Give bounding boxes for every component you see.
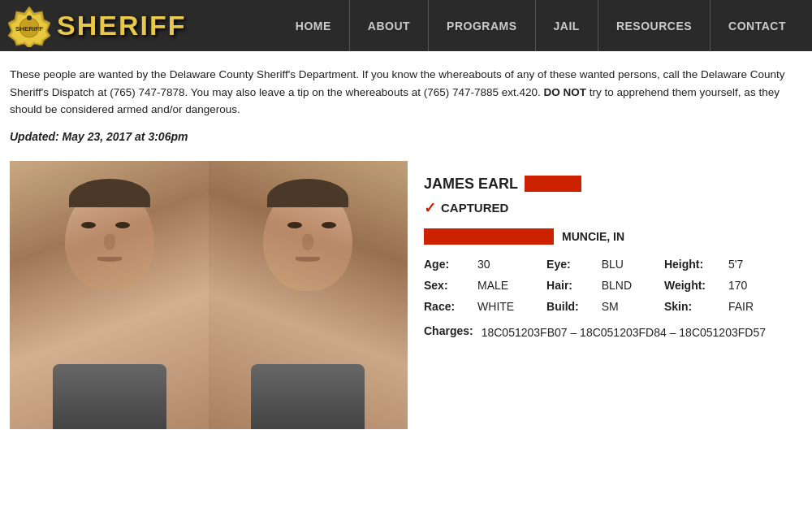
person-card: JAMES EARL ✓ CAPTURED MUNCIE, IN Age: 30… bbox=[10, 161, 802, 429]
height-value: 5'7 bbox=[728, 258, 786, 271]
sex-label: Sex: bbox=[424, 279, 477, 292]
site-logo[interactable]: SHERIFF SHERIFF bbox=[8, 5, 186, 47]
eye-value: BLU bbox=[602, 258, 664, 271]
updated-timestamp: Updated: May 23, 2017 at 3:06pm bbox=[10, 130, 802, 143]
sex-value: MALE bbox=[477, 279, 546, 292]
intro-bold: DO NOT bbox=[544, 86, 587, 98]
city-state: MUNCIE, IN bbox=[562, 230, 624, 243]
person-last-name-redacted bbox=[525, 176, 581, 192]
checkmark-icon: ✓ bbox=[424, 199, 436, 217]
address-row: MUNCIE, IN bbox=[424, 228, 786, 245]
mugshot-side bbox=[209, 161, 408, 429]
info-grid: Age: 30 Eye: BLU Height: 5'7 Sex: MALE H… bbox=[424, 258, 786, 313]
charges-label: Charges: bbox=[424, 324, 473, 341]
sheriff-logo-text: SHERIFF bbox=[57, 10, 186, 41]
sheriff-badge-icon: SHERIFF bbox=[8, 5, 50, 47]
skin-value: FAIR bbox=[728, 300, 786, 313]
site-header: SHERIFF SHERIFF HOME ABOUT PROGRAMS JAIL… bbox=[0, 0, 812, 51]
person-details: JAMES EARL ✓ CAPTURED MUNCIE, IN Age: 30… bbox=[408, 161, 802, 429]
height-label: Height: bbox=[664, 258, 728, 271]
build-label: Build: bbox=[546, 300, 602, 313]
intro-paragraph: These people are wanted by the Delaware … bbox=[10, 66, 802, 119]
weight-label: Weight: bbox=[664, 279, 728, 292]
main-content: These people are wanted by the Delaware … bbox=[0, 51, 812, 445]
address-redacted bbox=[424, 228, 554, 245]
nav-jail[interactable]: JAIL bbox=[535, 0, 598, 51]
svg-text:SHERIFF: SHERIFF bbox=[15, 25, 43, 33]
face-shape-side bbox=[264, 185, 353, 291]
charges-row: Charges: 18C051203FB07 – 18C051203FD84 –… bbox=[424, 324, 786, 341]
race-value: WHITE bbox=[477, 300, 546, 313]
nav-programs[interactable]: PROGRAMS bbox=[428, 0, 534, 51]
hair-value: BLND bbox=[602, 279, 664, 292]
nav-about[interactable]: ABOUT bbox=[349, 0, 428, 51]
captured-status: ✓ CAPTURED bbox=[424, 199, 786, 217]
nav-resources[interactable]: RESOURCES bbox=[598, 0, 710, 51]
skin-label: Skin: bbox=[664, 300, 728, 313]
person-name-row: JAMES EARL bbox=[424, 176, 786, 193]
hair-label: Hair: bbox=[546, 279, 602, 292]
person-first-name: JAMES EARL bbox=[424, 176, 518, 193]
svg-point-4 bbox=[27, 15, 32, 20]
nav-contact[interactable]: CONTACT bbox=[710, 0, 804, 51]
captured-label: CAPTURED bbox=[441, 201, 508, 215]
build-value: SM bbox=[602, 300, 664, 313]
mugshot-front bbox=[10, 161, 209, 429]
charges-value: 18C051203FB07 – 18C051203FD84 – 18C05120… bbox=[482, 324, 766, 341]
race-label: Race: bbox=[424, 300, 477, 313]
age-value: 30 bbox=[477, 258, 546, 271]
main-nav: HOME ABOUT PROGRAMS JAIL RESOURCES CONTA… bbox=[278, 0, 804, 51]
age-label: Age: bbox=[424, 258, 477, 271]
eye-label: Eye: bbox=[546, 258, 602, 271]
mugshot-image bbox=[10, 161, 408, 429]
nav-home[interactable]: HOME bbox=[278, 0, 349, 51]
weight-value: 170 bbox=[728, 279, 786, 292]
face-shape-front bbox=[65, 185, 154, 291]
